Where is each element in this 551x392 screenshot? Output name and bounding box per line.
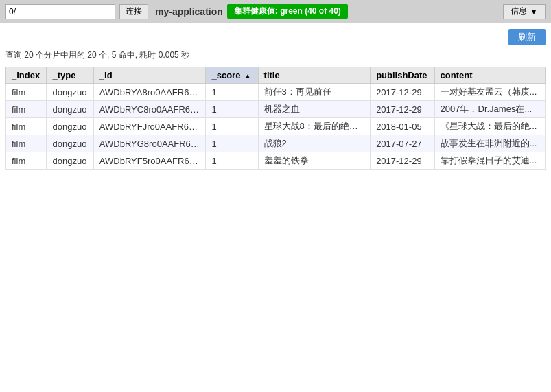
cell-_id: AWDbRYG8ro0AAFR6m_6H (93, 135, 206, 152)
cell-_score: 1 (206, 152, 258, 170)
cell-content: 2007年，Dr.James在... (434, 101, 545, 118)
cell-_id: AWDbRYC8ro0AAFR6m_6E (93, 101, 206, 118)
info-label: 信息 (511, 5, 527, 17)
cell-_score: 1 (206, 101, 258, 118)
col-id: _id (93, 67, 206, 84)
cell-_score: 1 (206, 135, 258, 152)
col-publishdate: publishDate (371, 67, 434, 84)
refresh-button[interactable]: 刷新 (508, 29, 546, 45)
toolbar: 刷新 (5, 29, 546, 45)
cell-_index: film (6, 84, 47, 101)
cell-_id: AWDbRYA8ro0AAFR6m_6D (93, 84, 206, 101)
cell-title: 羞羞的铁拳 (258, 152, 371, 170)
table-row[interactable]: filmdongzuoAWDbRYFJro0AAFR6m_6F1星球大战8：最后… (6, 118, 546, 135)
info-arrow-icon: ▼ (530, 7, 538, 16)
cell-_id: AWDbRYF5ro0AAFR6m_6G (93, 152, 206, 170)
sort-arrow-icon: ▲ (244, 72, 251, 80)
cell-title: 机器之血 (258, 101, 371, 118)
cell-_id: AWDbRYFJro0AAFR6m_6F (93, 118, 206, 135)
cell-_index: film (6, 152, 47, 170)
cell-content: 故事发生在非洲附近的... (434, 135, 545, 152)
cell-_index: film (6, 135, 47, 152)
cell-_type: dongzuo (47, 152, 93, 170)
table-row[interactable]: filmdongzuoAWDbRYF5ro0AAFR6m_6G1羞羞的铁拳201… (6, 152, 546, 170)
table-header-row: _index _type _id _score ▲ title publishD… (6, 67, 546, 84)
cell-publishdate: 2017-07-27 (371, 135, 434, 152)
cell-_index: film (6, 118, 47, 135)
cell-_score: 1 (206, 84, 258, 101)
main-area: 刷新 查询 20 个分片中用的 20 个, 5 命中, 耗时 0.005 秒 _… (0, 23, 551, 392)
cell-content: 《星球大战：最后的绝... (434, 118, 545, 135)
health-badge: 集群健康值: green (40 of 40) (227, 4, 348, 19)
info-button[interactable]: 信息 ▼ (503, 4, 546, 19)
col-score[interactable]: _score ▲ (206, 67, 258, 84)
cell-publishdate: 2017-12-29 (371, 101, 434, 118)
col-index: _index (6, 67, 47, 84)
cell-_type: dongzuo (47, 135, 93, 152)
cell-_index: film (6, 101, 47, 118)
results-table: _index _type _id _score ▲ title publishD… (5, 67, 546, 170)
cell-content: 一对好基友孟云（韩庚... (434, 84, 545, 101)
cell-title: 前任3：再见前任 (258, 84, 371, 101)
table-row[interactable]: filmdongzuoAWDbRYA8ro0AAFR6m_6D1前任3：再见前任… (6, 84, 546, 101)
cell-publishdate: 2018-01-05 (371, 118, 434, 135)
cell-title: 战狼2 (258, 135, 371, 152)
app-name: my-application (155, 6, 223, 17)
cell-_type: dongzuo (47, 118, 93, 135)
cell-_type: dongzuo (47, 101, 93, 118)
top-bar: 连接 my-application 集群健康值: green (40 of 40… (0, 0, 551, 23)
cell-publishdate: 2017-12-29 (371, 84, 434, 101)
cell-_type: dongzuo (47, 84, 93, 101)
cell-content: 靠打假拳混日子的艾迪... (434, 152, 545, 170)
cell-title: 星球大战8：最后的绝地武士 (258, 118, 371, 135)
cell-publishdate: 2017-12-29 (371, 152, 434, 170)
col-content: content (434, 67, 545, 84)
table-row[interactable]: filmdongzuoAWDbRYC8ro0AAFR6m_6E1机器之血2017… (6, 101, 546, 118)
col-type: _type (47, 67, 93, 84)
connect-button[interactable]: 连接 (119, 4, 148, 19)
col-title: title (258, 67, 371, 84)
endpoint-input[interactable] (5, 4, 115, 19)
query-info: 查询 20 个分片中用的 20 个, 5 命中, 耗时 0.005 秒 (5, 49, 546, 61)
table-row[interactable]: filmdongzuoAWDbRYG8ro0AAFR6m_6H1战狼22017-… (6, 135, 546, 152)
cell-_score: 1 (206, 118, 258, 135)
